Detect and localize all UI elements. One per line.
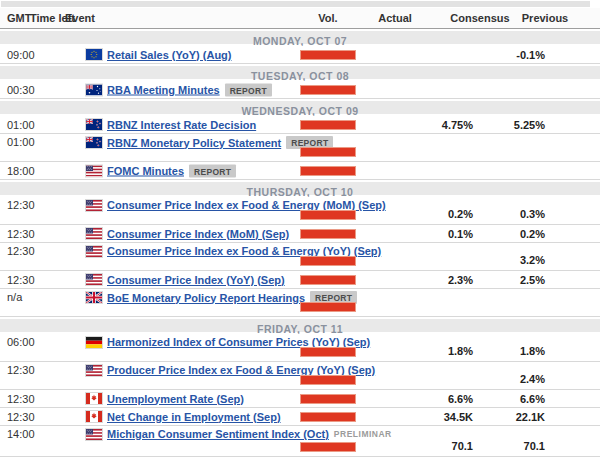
consensus-value: 2.3%: [365, 274, 473, 286]
volatility-bar: [300, 412, 356, 422]
consensus-value: 70.1: [365, 440, 473, 452]
flag-au-icon: [86, 84, 102, 95]
day-header: WEDNESDAY, OCT 09: [0, 99, 600, 116]
table-row: 01:00 RBNZ Monetary Policy Statement REP…: [0, 134, 600, 162]
event-cell: Net Change in Employment (Sep): [86, 411, 281, 423]
previous-value: 3.2%: [473, 254, 545, 266]
previous-value: 22.1K: [473, 411, 545, 423]
column-header-event: Event: [65, 12, 95, 24]
event-link[interactable]: Net Change in Employment (Sep): [107, 411, 281, 423]
flag-de-icon: [86, 337, 102, 348]
table-row: 18:00 FOMC Minutes REPORT: [0, 162, 600, 180]
report-badge[interactable]: REPORT: [189, 164, 236, 177]
consensus-value: 0.2%: [365, 208, 473, 220]
event-link[interactable]: FOMC Minutes: [107, 165, 184, 177]
volatility-bar: [300, 229, 356, 239]
event-link[interactable]: RBA Meeting Minutes: [107, 84, 220, 96]
flag-us-icon: [86, 165, 102, 176]
event-cell: Consumer Price Index (MoM) (Sep): [86, 228, 289, 240]
flag-eu-icon: [86, 49, 102, 60]
event-link[interactable]: RBNZ Interest Rate Decision: [107, 119, 256, 131]
volatility-bar: [300, 394, 356, 404]
day-header: TUESDAY, OCT 08: [0, 64, 600, 81]
volatility-bar: [300, 442, 356, 452]
previous-value: 2.4%: [473, 373, 545, 385]
event-time: 12:30: [7, 245, 35, 257]
event-cell: FOMC Minutes REPORT: [86, 164, 236, 177]
column-header-actual: Actual: [365, 12, 425, 24]
day-header: THURSDAY, OCT 10: [0, 180, 600, 197]
flag-us-icon: [86, 429, 102, 440]
previous-value: 0.3%: [473, 208, 545, 220]
preliminary-label: PRELIMINAR: [334, 429, 392, 439]
event-cell: Michigan Consumer Sentiment Index (Oct) …: [86, 428, 392, 440]
consensus-value: 4.75%: [365, 119, 473, 131]
previous-value: -0.1%: [473, 49, 545, 61]
column-header-previous: Previous: [505, 12, 585, 24]
event-time: 06:00: [7, 336, 35, 348]
table-row: 00:30 RBA Meeting Minutes REPORT: [0, 81, 600, 99]
table-row: 12:30 Unemployment Rate (Sep) 6.6% 6.6%: [0, 390, 600, 408]
event-time: 00:30: [7, 84, 35, 96]
consensus-value: 0.1%: [365, 228, 473, 240]
table-row: 12:30 Consumer Price Index (YoY) (Sep) 2…: [0, 271, 600, 289]
previous-value: 6.6%: [473, 393, 545, 405]
previous-value: 0.2%: [473, 228, 545, 240]
table-row: 14:00 Michigan Consumer Sentiment Index …: [0, 426, 600, 457]
report-badge[interactable]: REPORT: [225, 83, 272, 96]
flag-ca-icon: [86, 393, 102, 404]
event-time: 12:30: [7, 199, 35, 211]
volatility-bar: [300, 50, 356, 60]
flag-nz-icon: [86, 119, 102, 130]
column-header-vol: Vol.: [300, 12, 356, 24]
event-link[interactable]: Retail Sales (YoY) (Aug): [107, 49, 231, 61]
event-link[interactable]: RBNZ Monetary Policy Statement: [107, 137, 281, 149]
event-time: 12:30: [7, 393, 35, 405]
volatility-bar: [300, 302, 356, 312]
previous-value: 70.1: [473, 440, 545, 452]
table-row: 09:00 Retail Sales (YoY) (Aug) -0.1%: [0, 46, 600, 64]
table-row: 12:30 Consumer Price Index ex Food & Ene…: [0, 243, 600, 271]
previous-value: 1.8%: [473, 345, 545, 357]
event-time: 12:30: [7, 411, 35, 423]
event-link[interactable]: BoE Monetary Policy Report Hearings: [107, 292, 305, 304]
table-row: n/a BoE Monetary Policy Report Hearings …: [0, 289, 600, 317]
column-header-gmt: GMT: [7, 12, 31, 24]
economic-calendar: GMT Time left Event Vol. Actual Consensu…: [0, 1, 600, 457]
event-time: 14:00: [7, 428, 35, 440]
event-time: 12:30: [7, 364, 35, 376]
consensus-value: 34.5K: [365, 411, 473, 423]
previous-value: 2.5%: [473, 274, 545, 286]
volatility-bar: [300, 375, 356, 385]
volatility-bar: [300, 85, 356, 95]
event-time: 01:00: [7, 136, 35, 148]
table-row: 06:00 Harmonized Index of Consumer Price…: [0, 334, 600, 362]
event-time: 18:00: [7, 165, 35, 177]
table-row: 12:30 Net Change in Employment (Sep) 34.…: [0, 408, 600, 426]
previous-value: 5.25%: [473, 119, 545, 131]
event-cell: RBA Meeting Minutes REPORT: [86, 83, 272, 96]
volatility-bar: [300, 210, 356, 220]
volatility-bar: [300, 147, 356, 157]
event-time: 09:00: [7, 49, 35, 61]
top-scroll-strip: [1, 1, 590, 7]
event-link[interactable]: Unemployment Rate (Sep): [107, 393, 244, 405]
flag-us-icon: [86, 200, 102, 211]
event-cell: RBNZ Monetary Policy Statement REPORT: [86, 136, 333, 149]
event-link[interactable]: Michigan Consumer Sentiment Index (Oct): [107, 428, 329, 440]
event-cell: Unemployment Rate (Sep): [86, 393, 244, 405]
event-time: 12:30: [7, 274, 35, 286]
flag-us-icon: [86, 365, 102, 376]
consensus-value: 6.6%: [365, 393, 473, 405]
flag-us-icon: [86, 246, 102, 257]
event-link[interactable]: Consumer Price Index (MoM) (Sep): [107, 228, 289, 240]
volatility-bar: [300, 166, 356, 176]
flag-nz-icon: [86, 137, 102, 148]
calendar-body: MONDAY, OCT 07 09:00 Retail Sales (YoY) …: [0, 29, 600, 457]
table-row: 12:30 Consumer Price Index ex Food & Ene…: [0, 197, 600, 225]
event-cell: Consumer Price Index (YoY) (Sep): [86, 274, 285, 286]
volatility-bar: [300, 120, 356, 130]
event-link[interactable]: Consumer Price Index (YoY) (Sep): [107, 274, 285, 286]
flag-us-icon: [86, 274, 102, 285]
table-header-row: GMT Time left Event Vol. Actual Consensu…: [0, 8, 600, 29]
